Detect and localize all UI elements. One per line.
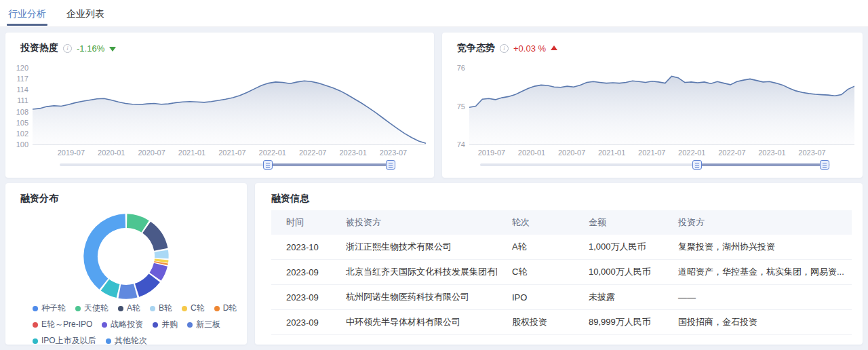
- legend-item[interactable]: 并购: [153, 319, 178, 330]
- info-icon[interactable]: i: [63, 44, 72, 53]
- legend-dot-icon: [102, 322, 107, 328]
- legend-dot-icon: [33, 306, 38, 311]
- table-row: 2023-09中环领先半导体材料有限公司股权投资89,999万人民币国投招商，金…: [271, 310, 852, 335]
- x-tick-label: 2020-01: [518, 149, 545, 157]
- x-tick-label: 2022-07: [299, 149, 326, 157]
- table-cell: IPO: [497, 292, 574, 303]
- datazoom-slider: [480, 160, 830, 170]
- legend-item[interactable]: B轮: [150, 303, 172, 314]
- financing-info-card: 融资信息 时间被投资方轮次金额投资方 2023-10浙江正熙生物技术有限公司A轮…: [255, 183, 863, 345]
- x-tick-label: 2022-01: [678, 149, 705, 157]
- investment-heat-chart[interactable]: [33, 68, 426, 144]
- legend-label: IPO上市及以后: [41, 335, 96, 347]
- legend-item[interactable]: 其他轮次: [106, 335, 147, 347]
- table-cell: 国投招商，金石投资: [663, 316, 852, 328]
- legend-dot-icon: [106, 338, 111, 344]
- legend-label: D轮: [223, 303, 237, 314]
- y-tick-label: 74: [457, 140, 465, 149]
- legend-item[interactable]: 天使轮: [75, 303, 108, 314]
- donut-segment[interactable]: [155, 250, 169, 258]
- y-tick-label: 100: [16, 140, 28, 149]
- donut-segment[interactable]: [118, 284, 137, 299]
- y-tick-label: 76: [457, 64, 465, 72]
- table-cell: 股权投资: [497, 316, 574, 328]
- competition-chart[interactable]: [469, 68, 854, 144]
- donut-segment[interactable]: [142, 222, 167, 251]
- slider-right-handle[interactable]: [386, 160, 395, 170]
- donut-segment[interactable]: [83, 214, 125, 289]
- legend-label: C轮: [191, 303, 205, 314]
- competition-card: 竞争态势 i +0.03 % 767574 2019-072020-012020…: [442, 33, 863, 178]
- legend-label: A轮: [127, 303, 140, 314]
- legend-item[interactable]: A轮: [118, 303, 140, 314]
- investment-heat-change: -1.16%: [77, 43, 104, 54]
- x-tick-label: 2019-07: [58, 149, 85, 157]
- legend-item[interactable]: 战略投资: [102, 319, 143, 330]
- x-tick-label: 2021-07: [638, 149, 665, 157]
- x-tick-label: 2020-07: [558, 149, 585, 157]
- legend-dot-icon: [153, 322, 158, 328]
- legend-item[interactable]: E轮～Pre-IPO: [33, 319, 92, 330]
- slider-selected-range[interactable]: [268, 163, 391, 166]
- legend-dot-icon: [118, 306, 123, 311]
- competition-title: 竞争态势: [457, 42, 495, 54]
- y-tick-label: 120: [16, 64, 28, 72]
- legend-dot-icon: [33, 338, 38, 344]
- trend-up-icon: [551, 45, 557, 50]
- y-tick-label: 114: [16, 85, 28, 94]
- datazoom-slider: [60, 160, 395, 170]
- table-cell: 杭州阿诺生物医药科技有限公司: [331, 291, 497, 303]
- trend-down-icon: [109, 47, 116, 52]
- table-cell: 北京当红齐天国际文化科技发展集团有限...: [331, 266, 497, 278]
- legend-label: 战略投资: [111, 319, 143, 330]
- x-tick-label: 2021-07: [218, 149, 245, 157]
- y-tick-label: 105: [16, 119, 28, 127]
- legend-item[interactable]: IPO上市及以后: [33, 335, 96, 347]
- x-axis: 2019-072020-012020-072021-012021-072022-…: [469, 149, 854, 158]
- slider-selected-range[interactable]: [697, 163, 825, 166]
- table-cell: 2023-10: [271, 242, 331, 252]
- y-tick-label: 111: [17, 96, 28, 104]
- x-tick-label: 2021-01: [598, 149, 625, 157]
- table-cell: 复聚投资，湖州协兴投资: [663, 241, 852, 253]
- table-cell: 2023-09: [271, 317, 331, 328]
- table-cell: 浙江正熙生物技术有限公司: [331, 241, 497, 253]
- slider-right-handle[interactable]: [820, 160, 829, 170]
- table-cell: 89,999万人民币: [574, 316, 663, 328]
- tab-enterprise-list[interactable]: 企业列表: [65, 0, 106, 27]
- column-header: 被投资方: [331, 216, 497, 229]
- tab-bar: 行业分析 企业列表: [0, 0, 868, 27]
- x-tick-label: 2023-01: [758, 149, 785, 157]
- table-cell: ——: [663, 292, 852, 303]
- y-axis: 120117114111108105102100: [5, 64, 28, 149]
- slider-left-handle[interactable]: [263, 160, 273, 170]
- table-cell: 2023-09: [271, 292, 331, 303]
- investment-heat-title: 投资热度: [20, 42, 58, 54]
- legend-item[interactable]: D轮: [214, 303, 237, 314]
- tab-industry-analysis[interactable]: 行业分析: [7, 0, 47, 27]
- info-icon[interactable]: i: [500, 44, 509, 53]
- legend-dot-icon: [33, 322, 38, 328]
- x-tick-label: 2020-07: [138, 149, 165, 157]
- legend-label: 天使轮: [84, 303, 108, 314]
- legend-item[interactable]: 新三板: [187, 319, 220, 330]
- legend-dot-icon: [214, 306, 220, 311]
- investment-heat-card: 投资热度 i -1.16% 120117114111108105102100 2…: [5, 33, 434, 178]
- table-row: 2023-09北京当红齐天国际文化科技发展集团有限...C轮10,000万人民币…: [271, 260, 852, 285]
- financing-rounds-donut-chart[interactable]: [81, 212, 171, 301]
- x-tick-label: 2020-01: [98, 149, 125, 157]
- financing-distribution-card: 融资分布 种子轮天使轮A轮B轮C轮D轮E轮～Pre-IPO战略投资并购新三板IP…: [5, 183, 247, 345]
- legend-item[interactable]: C轮: [182, 303, 205, 314]
- legend-label: B轮: [159, 303, 172, 314]
- x-tick-label: 2021-01: [178, 149, 205, 157]
- legend-label: 新三板: [196, 319, 220, 330]
- legend-item[interactable]: 种子轮: [33, 303, 66, 314]
- legend-dot-icon: [75, 306, 81, 311]
- y-axis: 767574: [442, 64, 465, 149]
- y-tick-label: 108: [16, 108, 28, 116]
- y-tick-label: 75: [457, 102, 465, 111]
- x-tick-label: 2022-01: [259, 149, 286, 157]
- legend-label: E轮～Pre-IPO: [41, 319, 92, 330]
- legend-dot-icon: [150, 306, 155, 311]
- slider-left-handle[interactable]: [692, 160, 702, 170]
